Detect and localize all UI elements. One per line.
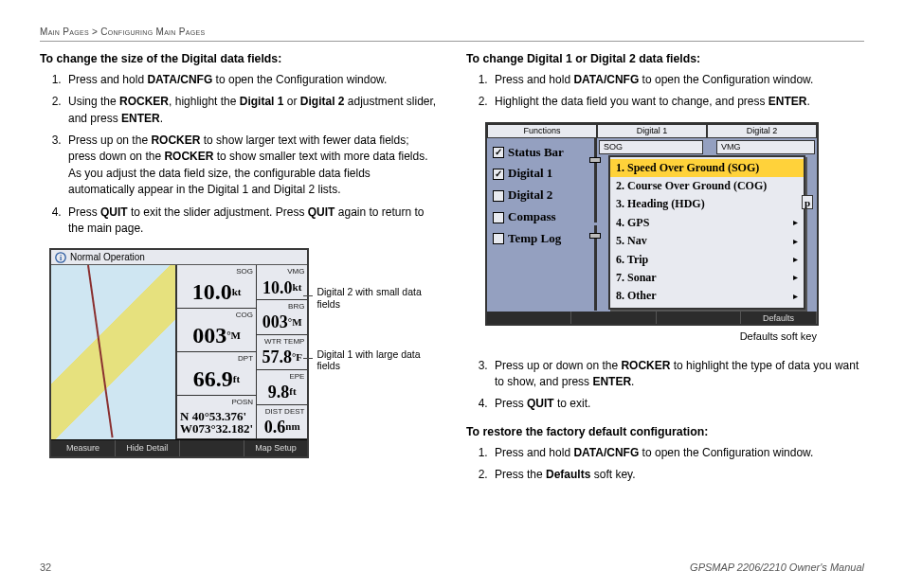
digital1-col: SOG10.0kt COG003°M DPT66.9ft POSNN 40°53… [176, 265, 256, 439]
menu-item[interactable]: 7. Sonar▸ [610, 269, 804, 287]
tab-functions[interactable]: Functions [487, 124, 597, 137]
cfg-panel: Functions Digital 1 Digital 2 ✓Status Ba… [485, 122, 819, 326]
partial-p-box: p [802, 195, 813, 209]
gps-softkeys[interactable]: Measure Hide Detail Map Setup [51, 439, 307, 456]
checkbox-icon[interactable]: ✓ [493, 169, 504, 180]
gps-panel: i Normal Operation SOG10.0kt COG003°M DP… [49, 248, 309, 458]
checkbox-icon[interactable] [493, 190, 504, 202]
left-figure: i Normal Operation SOG10.0kt COG003°M DP… [49, 248, 438, 458]
data-cell: COG003°M [176, 309, 256, 352]
gps-map [51, 265, 176, 439]
cfg-item[interactable]: Temp Log [493, 230, 584, 248]
step: Press QUIT to exit. [491, 396, 864, 412]
page-footer: 32 GPSMAP 2206/2210 Owner's Manual [40, 561, 864, 573]
breadcrumb: Main Pages > Configuring Main Pages [40, 27, 864, 42]
menu-item[interactable]: 2. Course Over Ground (COG) [610, 177, 804, 195]
checkbox-icon[interactable]: ✓ [493, 147, 504, 158]
menu-item[interactable]: 1. Speed Over Ground (SOG) [610, 159, 804, 177]
softkey-empty [180, 440, 244, 456]
softkey-defaults[interactable]: Defaults [741, 312, 817, 324]
right-column: To change Digital 1 or Digital 2 data fi… [466, 51, 864, 494]
step: Press and hold DATA/CNFG to open the Con… [491, 72, 864, 88]
chevron-right-icon: ▸ [793, 271, 798, 285]
cfg-functions-list: ✓Status Bar ✓Digital 1 Digital 2 Compass… [493, 144, 584, 252]
chevron-right-icon: ▸ [793, 290, 798, 304]
step: Using the ROCKER, highlight the Digital … [64, 94, 438, 127]
step: Press up or down on the ROCKER to highli… [491, 358, 864, 391]
callout-digital2: Digital 2 with small data fields [316, 286, 438, 310]
gps-data-columns: SOG10.0kt COG003°M DPT66.9ft POSNN 40°53… [176, 265, 307, 439]
right-steps-start: Press and hold DATA/CNFG to open the Con… [466, 72, 864, 111]
checkbox-icon[interactable] [493, 233, 504, 244]
info-icon: i [54, 251, 67, 264]
data-cell: POSNN 40°53.376'W073°32.182' [176, 396, 256, 439]
cfg-sliders [591, 138, 599, 311]
manual-title: GPSMAP 2206/2210 Owner's Manual [690, 561, 864, 573]
step: Press and hold DATA/CNFG to open the Con… [491, 445, 864, 461]
gps-title: i Normal Operation [51, 250, 307, 265]
tab-digital1[interactable]: Digital 1 [597, 124, 707, 137]
chevron-right-icon: ▸ [793, 235, 798, 249]
step: Press and hold DATA/CNFG to open the Con… [64, 72, 438, 88]
chevron-right-icon: ▸ [793, 253, 798, 267]
menu-item[interactable]: 5. Nav▸ [610, 232, 804, 250]
figure-callouts: Digital 2 with small data fields Digital… [316, 286, 438, 409]
cfg-menu: 1. Speed Over Ground (SOG) 2. Course Ove… [608, 155, 805, 310]
defaults-caption: Defaults soft key [466, 330, 817, 345]
right-heading: To change Digital 1 or Digital 2 data fi… [466, 51, 864, 68]
tab-digital2[interactable]: Digital 2 [707, 124, 817, 137]
data-cell: VMG10.0kt [256, 265, 307, 300]
slider-handle-d2[interactable] [589, 233, 601, 239]
step: Highlight the data field you want to cha… [491, 94, 864, 110]
cfg-sog-field[interactable]: SOG [599, 140, 703, 154]
cfg-tabs: Functions Digital 1 Digital 2 [487, 124, 817, 137]
step: Press QUIT to exit the slider adjustment… [64, 205, 438, 238]
digital2-col: VMG10.0kt BRG003°M WTR TEMP57.8°F EPE9.8… [256, 265, 307, 439]
data-cell: DIST DEST0.6nm [256, 405, 307, 440]
cfg-item[interactable]: ✓Status Bar [493, 144, 584, 162]
data-cell: WTR TEMP57.8°F [256, 335, 307, 370]
softkey-map-setup[interactable]: Map Setup [244, 440, 308, 456]
cfg-body: ✓Status Bar ✓Digital 1 Digital 2 Compass… [487, 137, 817, 311]
restore-heading: To restore the factory default configura… [466, 424, 864, 441]
cfg-vmg-field[interactable]: VMG [716, 140, 815, 154]
menu-item[interactable]: 8. Other▸ [610, 287, 804, 305]
menu-item[interactable]: 3. Heading (HDG) [610, 195, 804, 213]
restore-steps: Press and hold DATA/CNFG to open the Con… [466, 445, 864, 484]
data-cell: SOG10.0kt [176, 265, 256, 309]
checkbox-icon[interactable] [493, 212, 504, 223]
page-number: 32 [40, 561, 51, 573]
step: Press the Defaults soft key. [491, 467, 864, 483]
softkey-measure[interactable]: Measure [51, 440, 116, 456]
data-cell: EPE9.8ft [256, 370, 307, 405]
softkey-hide-detail[interactable]: Hide Detail [116, 440, 180, 456]
slider-handle-d1[interactable] [589, 157, 601, 163]
left-steps: Press and hold DATA/CNFG to open the Con… [40, 72, 438, 238]
left-column: To change the size of the Digital data f… [40, 51, 438, 494]
chevron-right-icon: ▸ [793, 216, 798, 230]
cfg-item[interactable]: ✓Digital 1 [493, 165, 584, 183]
data-cell: BRG003°M [256, 300, 307, 335]
callout-digital1: Digital 1 with large data fields [316, 348, 438, 372]
cfg-item[interactable]: Compass [493, 208, 584, 226]
menu-item[interactable]: 4. GPS▸ [610, 214, 804, 232]
menu-item[interactable]: 6. Trip▸ [610, 251, 804, 269]
gps-mode-label: Normal Operation [70, 251, 145, 265]
right-steps-cont: Press up or down on the ROCKER to highli… [466, 358, 864, 413]
cfg-softkeys[interactable]: Defaults [487, 312, 817, 324]
left-heading: To change the size of the Digital data f… [40, 51, 438, 68]
content-columns: To change the size of the Digital data f… [40, 51, 864, 494]
data-cell: DPT66.9ft [176, 352, 256, 396]
cfg-item[interactable]: Digital 2 [493, 187, 584, 205]
step: Press up on the ROCKER to show larger te… [64, 133, 438, 199]
svg-text:i: i [60, 254, 63, 262]
